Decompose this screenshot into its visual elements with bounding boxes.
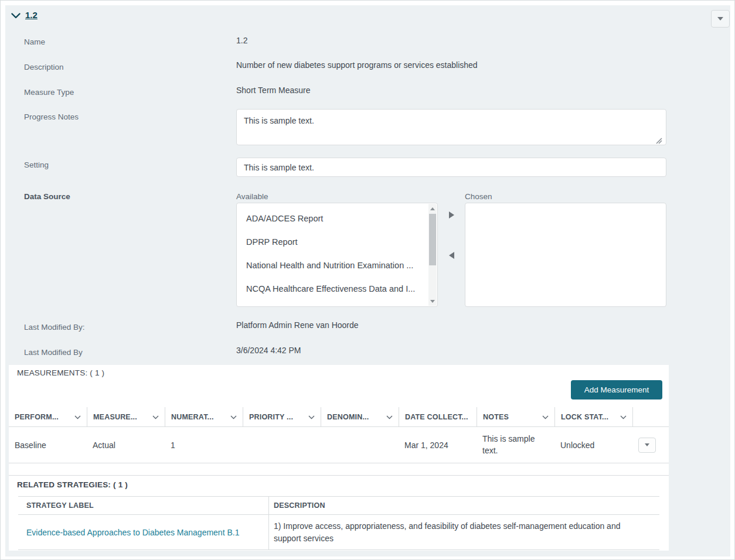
numerator-cell: 1 bbox=[165, 427, 243, 463]
available-listbox[interactable]: ADA/ADCES Report DPRP Report National He… bbox=[236, 203, 438, 307]
list-option[interactable]: DPRP Report bbox=[237, 230, 437, 254]
strategy-label-cell: Evidence-based Approaches to Diabetes Ma… bbox=[18, 515, 269, 549]
measurements-section-title: MEASUREMENTS: ( 1 ) bbox=[17, 368, 104, 377]
header-menu-button[interactable] bbox=[711, 10, 730, 28]
list-option[interactable]: National Health and Nutrition Examinatio… bbox=[237, 254, 437, 277]
column-label: NOTES bbox=[483, 413, 509, 421]
related-strategies-section-title: RELATED STRATEGIES: ( 1 ) bbox=[17, 480, 128, 489]
column-label: LOCK STAT... bbox=[561, 413, 608, 421]
last-modified-date-value: 3/6/2024 4:42 PM bbox=[236, 346, 301, 355]
sort-chevron-icon bbox=[74, 413, 81, 421]
measurement-row: Baseline Actual 1 Mar 1, 2024 This is sa… bbox=[9, 427, 669, 463]
sort-chevron-icon bbox=[152, 413, 159, 421]
sort-chevron-icon bbox=[386, 413, 393, 421]
actions-cell bbox=[632, 427, 669, 463]
column-label: PRIORITY ... bbox=[249, 413, 293, 421]
move-left-icon bbox=[449, 252, 454, 259]
add-measurement-button[interactable]: Add Measurement bbox=[571, 380, 662, 399]
setting-input[interactable] bbox=[236, 158, 666, 177]
measure-detail-page: 1.2 Name Description Measure Type Progre… bbox=[0, 0, 735, 560]
name-value: 1.2 bbox=[236, 36, 247, 45]
column-header-notes[interactable]: NOTES bbox=[477, 407, 554, 426]
triangle-up-icon bbox=[430, 207, 435, 210]
row-menu-button[interactable] bbox=[638, 438, 656, 453]
strategy-description-cell: 1) Improve access, appropriateness, and … bbox=[269, 515, 659, 549]
last-modified-by-label: Last Modified By: bbox=[24, 323, 85, 332]
column-header-measure[interactable]: MEASURE... bbox=[87, 407, 165, 426]
list-option[interactable]: NCQA Healthcare Effectiveness Data and I… bbox=[237, 277, 437, 301]
list-option[interactable]: ADA/ADCES Report bbox=[237, 207, 437, 230]
notes-cell: This is sample text. bbox=[477, 427, 554, 463]
measure-type-value: Short Term Measure bbox=[236, 86, 311, 95]
measure-type-label: Measure Type bbox=[24, 88, 74, 97]
related-strategies-table: STRATEGY LABEL DESCRIPTION Evidence-base… bbox=[18, 496, 659, 550]
triangle-down-icon bbox=[430, 300, 435, 303]
strategy-link[interactable]: Evidence-based Approaches to Diabetes Ma… bbox=[26, 528, 239, 537]
denominator-cell bbox=[321, 427, 399, 463]
strategy-row: Evidence-based Approaches to Diabetes Ma… bbox=[18, 515, 659, 550]
measurements-table-header: PERFORM... MEASURE... NUMERAT... PRIORIT… bbox=[9, 407, 669, 427]
column-header-description: DESCRIPTION bbox=[269, 497, 659, 514]
sort-chevron-icon bbox=[542, 413, 549, 421]
scroll-down-button[interactable] bbox=[428, 296, 437, 306]
column-header-actions bbox=[632, 407, 669, 426]
progress-notes-textarea[interactable]: This is sample text. bbox=[236, 109, 666, 145]
measure-title-link[interactable]: 1.2 bbox=[25, 10, 38, 20]
move-right-button[interactable] bbox=[446, 210, 457, 220]
column-label: PERFORM... bbox=[15, 413, 59, 421]
column-header-strategy-label: STRATEGY LABEL bbox=[18, 497, 269, 514]
chosen-caption: Chosen bbox=[465, 192, 492, 201]
column-header-priority[interactable]: PRIORITY ... bbox=[243, 407, 321, 426]
collapse-section-button[interactable] bbox=[11, 12, 21, 20]
column-header-date-collected[interactable]: DATE COLLECT... bbox=[399, 407, 477, 426]
progress-notes-label: Progress Notes bbox=[24, 112, 79, 121]
chosen-option-list bbox=[465, 203, 666, 210]
last-modified-by-value: Platform Admin Rene van Hoorde bbox=[236, 320, 359, 330]
column-header-denominator[interactable]: DENOMIN... bbox=[321, 407, 399, 426]
scroll-up-button[interactable] bbox=[428, 204, 437, 213]
column-label: MEASURE... bbox=[93, 413, 137, 421]
date-collected-cell: Mar 1, 2024 bbox=[399, 427, 477, 463]
move-left-button[interactable] bbox=[446, 250, 457, 261]
description-value: Number of new diabetes support programs … bbox=[236, 60, 478, 70]
related-strategies-table-header: STRATEGY LABEL DESCRIPTION bbox=[18, 496, 659, 515]
scrollbar[interactable] bbox=[428, 204, 437, 306]
chosen-listbox[interactable] bbox=[465, 203, 666, 307]
column-header-numerator[interactable]: NUMERAT... bbox=[165, 407, 243, 426]
column-label: DATE COLLECT... bbox=[405, 413, 468, 421]
name-label: Name bbox=[24, 37, 45, 46]
setting-label: Setting bbox=[24, 161, 49, 169]
details-panel: MEASUREMENTS: ( 1 ) Add Measurement PERF… bbox=[9, 365, 669, 551]
performance-cell: Baseline bbox=[9, 427, 87, 463]
column-header-lock-status[interactable]: LOCK STAT... bbox=[554, 407, 632, 426]
column-header-performance[interactable]: PERFORM... bbox=[9, 407, 87, 426]
last-modified-date-label: Last Modified By bbox=[24, 348, 83, 357]
sort-chevron-icon bbox=[230, 413, 237, 421]
sort-chevron-icon bbox=[308, 413, 315, 421]
data-source-label: Data Source bbox=[24, 192, 70, 201]
available-option-list: ADA/ADCES Report DPRP Report National He… bbox=[237, 203, 437, 304]
section-divider bbox=[9, 475, 669, 476]
lock-status-cell: Unlocked bbox=[554, 427, 632, 463]
caret-down-icon bbox=[717, 17, 723, 21]
scroll-thumb[interactable] bbox=[429, 214, 436, 265]
measure-cell: Actual bbox=[87, 427, 165, 463]
chevron-down-icon bbox=[11, 12, 21, 21]
sort-chevron-icon bbox=[620, 413, 627, 421]
move-right-icon bbox=[449, 211, 454, 218]
description-label: Description bbox=[24, 63, 64, 71]
column-label: DENOMIN... bbox=[327, 413, 369, 421]
column-label: NUMERAT... bbox=[171, 413, 214, 421]
caret-down-icon bbox=[645, 443, 649, 446]
priority-cell bbox=[243, 427, 321, 463]
available-caption: Available bbox=[236, 192, 268, 201]
